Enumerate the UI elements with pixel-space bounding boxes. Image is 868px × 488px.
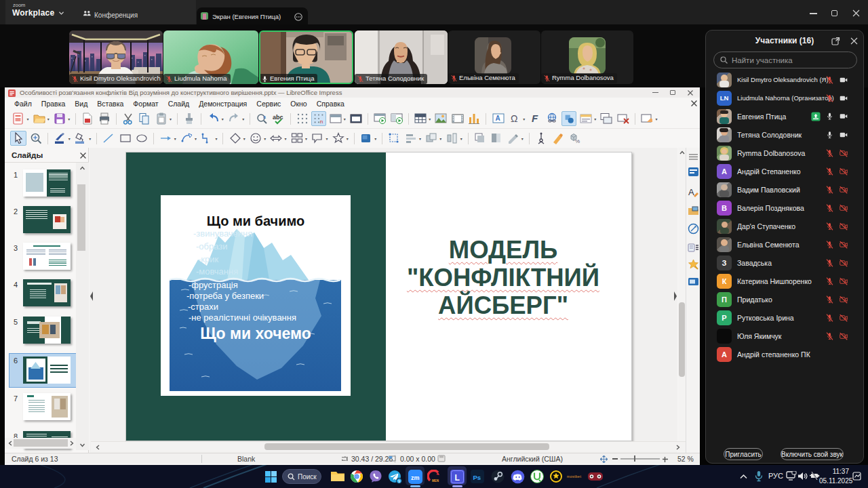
svg-text:A: A: [688, 187, 694, 197]
svg-text:-не реалістичні очікування: -не реалістичні очікування: [189, 312, 296, 323]
svg-text:Що ми хочемо: Що ми хочемо: [200, 325, 311, 342]
svg-text:-мовчання: -мовчання: [196, 266, 238, 277]
svg-text:zm: zm: [411, 474, 420, 481]
svg-text:-страхи: -страхи: [188, 302, 218, 312]
svg-text:L: L: [454, 472, 459, 482]
svg-text:-образи: -образи: [196, 241, 228, 251]
svg-text:-фрустрація: -фрустрація: [189, 280, 238, 290]
svg-text:Ω: Ω: [511, 113, 517, 124]
svg-text:MEN: MEN: [432, 479, 439, 483]
svg-text:%: %: [575, 138, 580, 144]
svg-text:A: A: [495, 115, 500, 122]
svg-text:-потреба у безпеки: -потреба у безпеки: [186, 291, 264, 301]
svg-text:Ps: Ps: [473, 474, 481, 481]
svg-text:F: F: [532, 113, 538, 124]
svg-text:a: a: [263, 115, 266, 119]
svg-text:Що ми бачимо: Що ми бачимо: [207, 214, 304, 228]
svg-text:-крик: -крик: [198, 254, 219, 264]
svg-text:n: n: [320, 119, 323, 125]
svg-text:-звинувачення: -звинувачення: [193, 228, 252, 239]
